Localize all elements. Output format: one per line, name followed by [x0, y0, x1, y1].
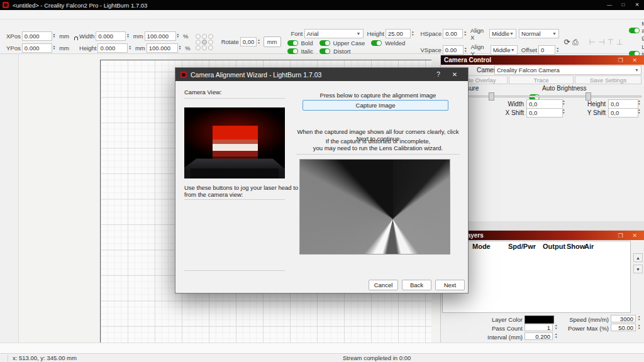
layer-move-up-button[interactable]: ▲ [633, 253, 643, 262]
dialog-title-bar[interactable]: Camera Alignment Wizard - LightBurn 1.7.… [175, 68, 468, 81]
stream-status: Stream completed in 0:00 [343, 354, 411, 361]
offset-spinner[interactable]: ▲▼ [556, 47, 558, 53]
height-spinner[interactable]: ▲▼ [128, 45, 131, 51]
cancel-button[interactable]: Cancel [369, 280, 398, 290]
col-mode: Mode [472, 243, 491, 250]
speed-field[interactable]: 3000 [611, 315, 636, 322]
minimize-button[interactable]: — [602, 0, 616, 10]
ypos-spinner[interactable]: ▲▼ [53, 45, 55, 51]
camera-control-title-text: Camera Control [444, 57, 491, 63]
cam-xshift-spinner[interactable]: ▲▼ [562, 109, 565, 114]
cursor-coordinates: x: 513.00, y: 345.00 mm [13, 354, 77, 361]
panel-close-icon[interactable]: ✕ [632, 57, 641, 63]
power-max-field[interactable]: 50.00 [611, 324, 636, 331]
aligny-select[interactable]: Middle▼ [491, 45, 518, 55]
upper-case-toggle[interactable] [319, 40, 330, 46]
menu-bar [0, 10, 644, 19]
vspace-field[interactable]: 0.00 [443, 45, 464, 55]
bold-toggle[interactable] [287, 40, 298, 46]
speed-label: Speed (mm/m) [565, 316, 609, 323]
welded-toggle[interactable] [371, 40, 382, 46]
pass-count-spinner[interactable]: ▲▼ [555, 324, 557, 330]
maximize-button[interactable]: □ [616, 0, 630, 10]
layer-color-swatch[interactable] [525, 315, 554, 324]
hspace-spinner[interactable]: ▲▼ [464, 31, 466, 36]
panel-float-icon[interactable]: ❐ [618, 57, 627, 63]
interval-spinner[interactable]: ▲▼ [555, 333, 557, 339]
camera-control-panel: Camera Control ❐ ✕ Camera: Creality Falc… [440, 55, 644, 221]
width-spinner[interactable]: ▲▼ [126, 33, 129, 39]
cam-height-field[interactable]: 0,0 [608, 99, 638, 109]
camera-control-panel-title[interactable]: Camera Control ❐ ✕ [441, 55, 644, 65]
anchor-point-selector[interactable] [196, 34, 214, 50]
cuts-layers-panel-title[interactable]: Cuts / Layers ❐ ✕ [441, 231, 644, 240]
move-as-group-toggle[interactable] [629, 28, 640, 33]
vspace-spinner[interactable]: ▲▼ [464, 47, 467, 53]
pass-count-field[interactable]: 1 [525, 324, 553, 331]
dialog-close-button[interactable]: ✕ [447, 71, 463, 78]
hspace-field[interactable]: 0.00 [443, 29, 463, 38]
auto-brightness-label: Auto Brightness [542, 85, 587, 92]
width-percent-spinner[interactable]: ▲▼ [177, 33, 179, 39]
xpos-label: XPos [6, 33, 21, 40]
col-show: Show [567, 243, 585, 250]
capture-image-button[interactable]: Capture Image [303, 100, 448, 111]
alignx-select[interactable]: Middle▼ [489, 29, 516, 38]
rotate-spinner[interactable]: ▲▼ [257, 39, 260, 45]
font-select[interactable]: Arial▼ [304, 29, 364, 38]
next-button[interactable]: Next [435, 280, 465, 290]
distort-instruction-line2: you may need to run the Lens Calibration… [296, 145, 460, 151]
distribute-icons-group[interactable]: ⊢⊣⊤⊥ [589, 38, 626, 47]
layers-close-icon[interactable]: ✕ [632, 233, 641, 239]
camera-select[interactable]: Creality Falcon Camera▼ [494, 65, 641, 75]
power-max-spinner[interactable]: ▲▼ [638, 324, 640, 330]
brightness-slider-handle[interactable] [586, 92, 591, 101]
save-settings-button[interactable]: Save Settings [575, 75, 641, 84]
status-bar: x: 513.00, y: 345.00 mm Stream completed… [0, 353, 644, 362]
cam-yshift-field[interactable]: 0,0 [608, 108, 638, 118]
cam-height-spinner[interactable]: ▲▼ [638, 100, 640, 106]
speed-spinner[interactable]: ▲▼ [638, 315, 640, 321]
cam-xshift-field[interactable]: 0,0 [526, 108, 563, 118]
exposure-slider[interactable] [443, 96, 641, 97]
cam-yshift-spinner[interactable]: ▲▼ [638, 109, 640, 114]
ypos-field[interactable]: 0.000 [22, 43, 52, 53]
dialog-help-button[interactable]: ? [430, 71, 447, 78]
distort-toggle[interactable] [319, 48, 330, 54]
cam-width-field[interactable]: 0,0 [526, 99, 563, 109]
height-field[interactable]: 0.000 [97, 43, 128, 53]
text-style-select[interactable]: Normal▼ [519, 29, 559, 38]
layer-move-down-button[interactable]: ▼ [633, 265, 643, 273]
units-button[interactable]: mm [264, 36, 281, 47]
lightburn-window: <untitled> - Creality Falcon2 Pro - Ligh… [0, 0, 644, 362]
rotate-label: Rotate [221, 38, 239, 45]
close-button[interactable]: ✕ [630, 0, 644, 10]
width-field[interactable]: 0.000 [96, 31, 126, 41]
offset-field[interactable]: 0 [538, 45, 555, 55]
upper-case-label: Upper Case [333, 40, 365, 47]
interval-field[interactable]: 0.200 [525, 332, 553, 340]
font-height-field[interactable]: 25.00 [386, 29, 411, 38]
italic-toggle[interactable] [287, 48, 298, 54]
cam-width-spinner[interactable]: ▲▼ [562, 100, 565, 106]
xpos-field[interactable]: 0.000 [22, 31, 52, 41]
trace-button[interactable]: Trace [509, 75, 574, 84]
dialog-logo-icon [180, 72, 187, 78]
font-height-spinner[interactable]: ▲▼ [411, 31, 414, 36]
power-max-label: Power Max (%) [565, 325, 609, 332]
capture-instruction: Press below to capture the alignment ima… [296, 92, 460, 99]
font-label: Font [291, 30, 303, 37]
rotate-field[interactable]: 0,00 [240, 37, 257, 47]
xpos-spinner[interactable]: ▲▼ [53, 33, 55, 39]
width-percent-field[interactable]: 100.000 [145, 31, 176, 41]
exposure-slider-handle[interactable] [489, 92, 494, 101]
width-percent-unit: % [183, 33, 188, 40]
numeric-toolbar: XPos 0.000 ▲▼ mm YPos 0.000 ▲▼ mm Width … [0, 30, 644, 54]
height-percent-spinner[interactable]: ▲▼ [179, 45, 181, 51]
camera-view-label: Camera View: [184, 89, 222, 96]
refresh-icon[interactable]: ⟳ [564, 38, 570, 47]
print-icon[interactable]: ⎙ [572, 38, 579, 47]
layers-float-icon[interactable]: ❐ [618, 233, 627, 239]
back-button[interactable]: Back [402, 280, 431, 290]
height-percent-field[interactable]: 100.000 [147, 43, 178, 53]
